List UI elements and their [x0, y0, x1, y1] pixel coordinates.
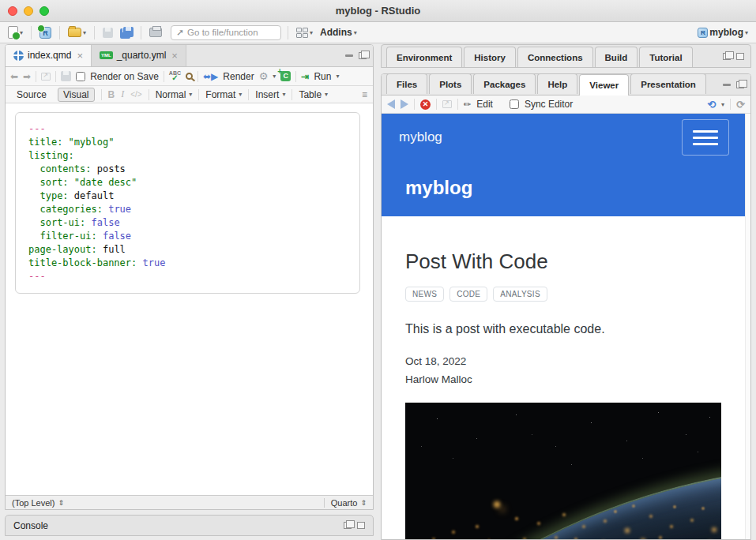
tab-connections[interactable]: Connections — [517, 47, 593, 67]
hamburger-menu-icon[interactable] — [682, 119, 729, 156]
print-button[interactable] — [148, 27, 164, 38]
refresh-icon[interactable]: ⟳ — [736, 99, 745, 111]
save-icon[interactable] — [61, 71, 71, 81]
edit-button[interactable]: Edit — [476, 99, 493, 110]
table-menu[interactable]: Table▾ — [299, 89, 328, 100]
sync-icon[interactable]: ⟲ — [707, 99, 716, 111]
new-chunk-icon[interactable]: C — [280, 71, 291, 81]
editor-tab-index.qmd[interactable]: index.qmd× — [6, 44, 92, 66]
post-date: Oct 18, 2022 — [405, 355, 721, 367]
print-icon — [149, 28, 162, 37]
toolbar-separator — [94, 26, 95, 39]
close-icon[interactable]: × — [77, 50, 83, 62]
tab-history[interactable]: History — [464, 47, 516, 67]
tab-viewer[interactable]: Viewer — [579, 74, 629, 96]
restore-pane-icon[interactable] — [344, 522, 352, 529]
tab-build[interactable]: Build — [595, 47, 638, 67]
tag-news[interactable]: NEWS — [405, 287, 444, 302]
forward-icon[interactable]: ➡ — [23, 72, 31, 81]
post-preview: Post With Code NEWSCODEANALYSIS This is … — [382, 216, 745, 539]
editor-body[interactable]: ---title: "myblog"listing: contents: pos… — [6, 103, 373, 495]
tag-analysis[interactable]: ANALYSIS — [493, 287, 547, 302]
tab-help[interactable]: Help — [537, 73, 577, 94]
code-line: sort: "date desc" — [28, 176, 347, 189]
outline-icon[interactable]: ≡ — [362, 89, 367, 100]
tab-presentation[interactable]: Presentation — [630, 73, 706, 94]
render-button-label[interactable]: Render — [223, 71, 254, 82]
site-navbar-title[interactable]: myblog — [399, 129, 442, 145]
open-folder-icon — [68, 28, 81, 37]
maximize-pane-icon[interactable] — [359, 52, 367, 59]
open-file-button[interactable]: ▾ — [66, 27, 88, 38]
goto-file-input[interactable] — [187, 28, 274, 37]
tab-plots[interactable]: Plots — [429, 73, 472, 94]
chevron-down-icon: ▾ — [83, 29, 86, 36]
minimize-pane-icon[interactable] — [345, 54, 353, 57]
restore-pane-icon[interactable] — [723, 53, 731, 60]
panes-grid-icon — [296, 28, 308, 38]
new-project-button[interactable]: R — [38, 26, 53, 39]
code-line: title-block-banner: true — [28, 257, 347, 270]
workspace-panes-button[interactable]: ▾ — [295, 27, 314, 39]
maximize-pane-icon[interactable] — [736, 53, 744, 60]
format-menu[interactable]: Format▾ — [205, 89, 242, 100]
workspace: index.qmd×YML_quarto.yml× ⬅ ➡ Render on … — [0, 44, 756, 540]
maximize-pane-icon[interactable] — [736, 81, 744, 88]
code-line: contents: posts — [28, 163, 347, 176]
back-icon[interactable]: ⬅ — [10, 72, 18, 81]
viewer-scrollbar[interactable] — [745, 114, 750, 539]
post-title[interactable]: Post With Code — [405, 249, 721, 274]
visual-mode-button[interactable]: Visual — [58, 88, 94, 102]
editor-tab-_quarto.yml[interactable]: YML_quarto.yml× — [92, 44, 186, 66]
site-banner-title: myblog — [405, 177, 472, 199]
addins-button[interactable]: Addins▾ — [318, 26, 359, 39]
spellcheck-icon[interactable]: ABC✓ — [169, 71, 181, 82]
viewer-back-icon[interactable] — [387, 99, 395, 109]
search-icon[interactable] — [186, 73, 193, 80]
tab-tutorial[interactable]: Tutorial — [639, 47, 692, 67]
minimize-pane-icon[interactable] — [723, 84, 731, 86]
open-in-window-icon[interactable] — [41, 73, 51, 81]
stop-icon[interactable]: ✕ — [420, 99, 431, 110]
insert-menu[interactable]: Insert▾ — [255, 89, 285, 100]
open-in-window-icon[interactable] — [442, 100, 452, 108]
tab-files[interactable]: Files — [386, 73, 427, 94]
city-lights — [405, 403, 407, 404]
chevron-down-icon: ▾ — [325, 91, 328, 98]
viewer-forward-icon[interactable] — [401, 99, 408, 109]
bold-button[interactable]: B — [108, 89, 115, 100]
project-menu-button[interactable]: R myblog ▾ — [696, 26, 750, 39]
console-pane-controls — [344, 522, 365, 529]
run-button-label[interactable]: Run — [314, 71, 331, 82]
sync-editor-checkbox[interactable] — [510, 99, 519, 109]
goto-file-box[interactable]: ➚ — [171, 25, 281, 40]
file-type-selector[interactable]: Quarto⇕ — [324, 498, 373, 508]
new-file-button[interactable]: ▾ — [6, 25, 24, 39]
chevron-down-icon: ▾ — [239, 91, 242, 98]
save-button[interactable] — [101, 27, 115, 39]
project-cube-icon: R — [698, 28, 708, 38]
tab-packages[interactable]: Packages — [473, 73, 536, 94]
window-title: myblog - RStudio — [0, 5, 756, 17]
maximize-pane-icon[interactable] — [357, 522, 365, 529]
italic-button[interactable]: I — [121, 88, 124, 100]
yaml-block[interactable]: ---title: "myblog"listing: contents: pos… — [15, 112, 360, 294]
console-pane-header[interactable]: Console — [5, 515, 374, 536]
code-button[interactable]: </> — [130, 90, 141, 99]
left-column: index.qmd×YML_quarto.yml× ⬅ ➡ Render on … — [5, 44, 374, 540]
paragraph-style-dropdown[interactable]: Normal▾ — [156, 89, 193, 100]
close-icon[interactable]: × — [171, 50, 178, 62]
earth-night-image — [405, 403, 721, 539]
chevron-down-icon: ▾ — [354, 29, 357, 36]
save-all-icon — [120, 27, 133, 38]
source-mode-button[interactable]: Source — [12, 88, 51, 101]
outline-scope-selector[interactable]: (Top Level)⇕ — [6, 498, 324, 508]
files-viewer-pane: FilesPlotsPackagesHelpViewerPresentation… — [381, 73, 751, 540]
render-icon[interactable]: ⬌▶ — [203, 71, 218, 82]
save-all-button[interactable] — [118, 26, 134, 39]
run-icon[interactable]: ⇥ — [301, 71, 309, 82]
tag-code[interactable]: CODE — [449, 287, 487, 302]
gear-icon[interactable]: ⚙ — [259, 70, 269, 82]
render-on-save-checkbox[interactable] — [76, 72, 85, 81]
tab-environment[interactable]: Environment — [386, 47, 462, 67]
